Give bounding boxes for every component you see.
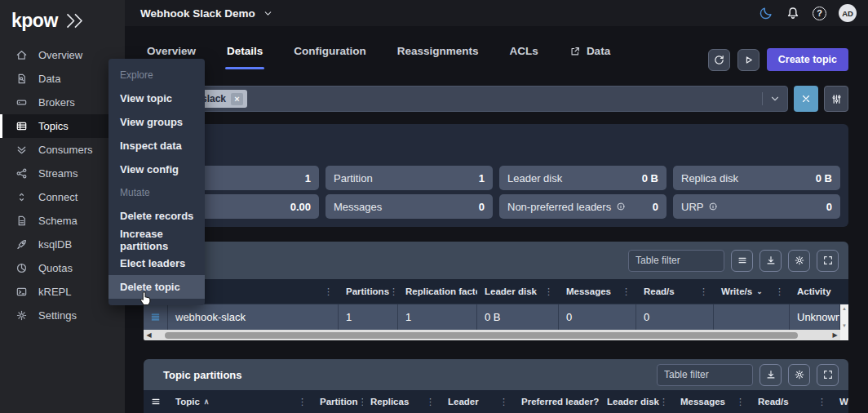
environment-selector[interactable]: Webhook Slack Demo (140, 0, 273, 26)
column-leader-disk[interactable]: Leader disk⋮ (600, 390, 673, 413)
column-kebab-icon[interactable]: ⋮ (544, 286, 553, 297)
column-kebab-icon[interactable]: ⋮ (324, 286, 333, 297)
column-kebab-icon[interactable]: ⋮ (426, 397, 435, 407)
vertical-scrollbar[interactable]: ▲ ▼ (840, 304, 848, 330)
column-messages[interactable]: Messages⋮ (673, 390, 751, 413)
table-expand-button[interactable] (817, 250, 839, 272)
sidebar-item-ksqldb[interactable]: ksqlDB (0, 233, 125, 256)
chip-remove-icon[interactable]: × (231, 93, 243, 105)
kpow-logo[interactable]: kpow (0, 0, 125, 33)
sidebar-item-connect[interactable]: Connect (0, 185, 125, 209)
filter-settings-button[interactable] (824, 86, 848, 112)
column-kebab-icon[interactable]: ⋮ (298, 397, 307, 407)
table-filter-input[interactable] (657, 364, 753, 386)
tab-details[interactable]: Details (227, 45, 263, 69)
menu-item-view-config[interactable]: View config (108, 158, 205, 181)
column-kebab-icon[interactable]: ⋮ (775, 286, 784, 297)
column-reads[interactable]: Read/s⋮ (636, 279, 714, 304)
cell-activity: Unknown (790, 304, 840, 330)
home-icon (16, 49, 28, 61)
menu-item-delete-records[interactable]: Delete records (108, 204, 205, 228)
table-icon (16, 120, 28, 132)
topic-filter-bar: webhook-slack × (144, 86, 848, 112)
create-topic-button[interactable]: Create topic (767, 48, 848, 71)
column-replication-factor[interactable]: Replication factor⋮ (398, 279, 477, 304)
menu-item-elect-leaders[interactable]: Elect leaders (108, 251, 205, 275)
sidebar-item-label: kREPL (38, 286, 71, 298)
sidebar-item-topics[interactable]: Topics (0, 114, 125, 138)
sidebar-item-consumers[interactable]: Consumers (0, 138, 125, 162)
menu-item-increase-partitions[interactable]: Increase partitions (108, 228, 205, 251)
sidebar-item-schema[interactable]: Schema (0, 209, 125, 233)
column-kebab-icon[interactable]: ⋮ (699, 286, 708, 297)
column-topic[interactable]: Topic∧⋮ (168, 390, 312, 413)
filter-input-end (762, 92, 781, 105)
table-columns-button[interactable] (731, 250, 753, 272)
column-reads[interactable]: Read/s⋮ (751, 390, 832, 413)
refresh-button[interactable] (708, 49, 730, 71)
info-icon[interactable] (616, 202, 626, 211)
rows-menu-header[interactable] (144, 390, 168, 413)
help-icon[interactable]: ? (813, 7, 826, 20)
notifications-bell-icon[interactable] (786, 6, 800, 20)
column-leader[interactable]: Leader⋮ (441, 390, 514, 413)
menu-item-view-groups[interactable]: View groups (108, 110, 205, 134)
table-settings-button[interactable] (788, 364, 810, 386)
scroll-left-icon[interactable]: ◀ (144, 331, 154, 339)
column-kebab-icon[interactable]: ⋮ (736, 397, 745, 407)
kpow-logo-chevrons-icon (64, 13, 86, 29)
sidebar-item-krepl[interactable]: kREPL (0, 280, 125, 304)
column-leader-disk[interactable]: Leader disk⋮ (477, 279, 559, 304)
column-messages[interactable]: Messages⋮ (559, 279, 636, 304)
environment-name: Webhook Slack Demo (140, 7, 255, 20)
column-writes[interactable]: Write/s⌄⋮ (714, 279, 790, 304)
clear-filter-button[interactable] (794, 86, 818, 112)
table-filter-input[interactable] (628, 250, 724, 272)
scroll-right-icon[interactable]: ▶ (830, 331, 840, 339)
sidebar-item-streams[interactable]: Streams (0, 162, 125, 185)
chevron-down-icon (263, 8, 273, 19)
column-partition[interactable]: Partition⋮ (312, 390, 363, 413)
cell-reads: 0 (636, 304, 714, 330)
sidebar-item-settings[interactable]: Settings (0, 304, 125, 327)
column-preferred-leader[interactable]: Preferred leader?⋮ (514, 390, 600, 413)
sidebar-item-quotas[interactable]: Quotas (0, 256, 125, 280)
column-kebab-icon[interactable]: ⋮ (817, 397, 826, 407)
dark-mode-moon-icon[interactable] (759, 6, 773, 20)
menu-item-view-topic[interactable]: View topic (108, 87, 205, 110)
scrollbar-thumb[interactable] (165, 332, 798, 339)
horizontal-scrollbar[interactable]: ◀ ▶ (144, 330, 848, 340)
column-kebab-icon[interactable]: ⋮ (622, 286, 631, 297)
column-replicas[interactable]: Replicas⋮ (363, 390, 441, 413)
sidebar-item-overview[interactable]: Overview (0, 43, 125, 67)
tab-reassignments[interactable]: Reassignments (397, 45, 479, 69)
sidebar-item-brokers[interactable]: Brokers (0, 91, 125, 114)
menu-item-inspect-data[interactable]: Inspect data (108, 134, 205, 158)
avatar[interactable]: AD (839, 4, 857, 22)
menu-item-delete-topic[interactable]: Delete topic (108, 275, 205, 299)
column-kebab-icon[interactable]: ⋮ (389, 286, 398, 297)
column-partitions[interactable]: Partitions⋮ (339, 279, 398, 304)
tab-acls[interactable]: ACLs (510, 45, 538, 69)
topic-filter-input[interactable]: webhook-slack × (144, 86, 788, 112)
table-expand-button[interactable] (817, 364, 839, 386)
filter-dropdown-chevron-icon[interactable] (769, 93, 781, 104)
share-icon (16, 167, 28, 180)
column-kebab-icon[interactable]: ⋮ (499, 397, 508, 407)
table-settings-button[interactable] (788, 250, 810, 272)
tab-configuration[interactable]: Configuration (294, 45, 365, 69)
tab-data[interactable]: Data (569, 45, 610, 69)
table-download-button[interactable] (760, 250, 782, 272)
play-button[interactable] (737, 49, 760, 71)
sidebar-item-label: ksqlDB (38, 238, 72, 251)
info-icon[interactable] (708, 202, 718, 211)
sidebar-item-data[interactable]: Data (0, 67, 125, 91)
row-handle[interactable] (144, 304, 168, 330)
table-row[interactable]: webhook-slack 1 1 0 B 0 0 Unknown ▲ ▼ (144, 304, 848, 330)
column-kebab-icon[interactable]: ⋮ (659, 397, 668, 407)
table-download-button[interactable] (760, 364, 782, 386)
column-writes[interactable]: Write/s (832, 390, 848, 413)
sidebar-item-label: Schema (38, 215, 78, 227)
column-activity[interactable]: Activity (790, 279, 848, 304)
sort-desc-icon: ⌄ (756, 287, 763, 295)
